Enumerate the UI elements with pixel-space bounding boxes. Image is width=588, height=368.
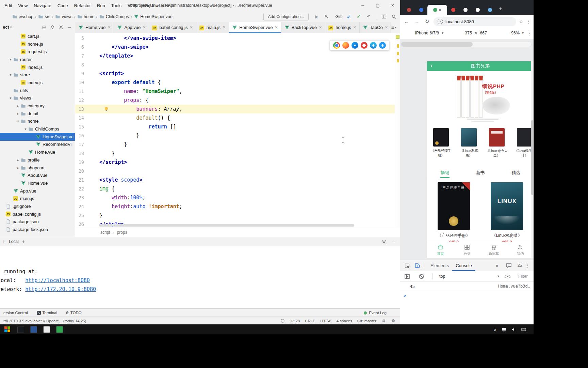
tree-item-index-js[interactable]: JSindex.js <box>0 79 75 87</box>
device-icon[interactable] <box>414 262 421 269</box>
product-card[interactable]: 产品经理手册《产品经理手册》¥45.0 <box>431 182 476 245</box>
tabbar-cart[interactable]: 购物车 <box>480 242 507 258</box>
close-tab-icon[interactable]: ✕ <box>385 25 388 30</box>
browser-menu-icon[interactable]: ⋮ <box>526 19 531 24</box>
zoom-select[interactable]: 96% ▼ <box>511 31 524 35</box>
editor-tab-babel-config-js[interactable]: JSbabel.config.js✕ <box>149 22 196 33</box>
breadcrumb-item[interactable]: HomeSwiper.vue <box>134 14 173 19</box>
tree-item-index-js[interactable]: JSindex.js <box>0 63 75 71</box>
expand-arrow-icon[interactable]: ▾ <box>23 127 28 131</box>
code-line-17[interactable]: 17 } <box>75 140 395 149</box>
monitor-icon[interactable] <box>502 327 506 332</box>
status-line-separator[interactable]: CRLF <box>305 319 315 323</box>
address-bar[interactable]: i localhost:8080 <box>434 17 516 26</box>
menu-edit[interactable]: Edit <box>1 3 15 8</box>
tree-item-cart-js[interactable]: JScart.js <box>0 32 75 40</box>
tab-list-icon[interactable]: ≡▾ <box>391 22 400 33</box>
code-line-18[interactable]: 18 } <box>75 149 395 158</box>
tree-item-utils[interactable]: utils <box>0 87 75 94</box>
tree-item-main-js[interactable]: JSmain.js <box>0 195 75 202</box>
code-line-8[interactable]: 8 <box>75 60 395 69</box>
close-tab-icon[interactable]: ✕ <box>439 8 441 12</box>
tree-item-shopcart[interactable]: ▸shopcart <box>0 164 75 172</box>
tree-item-about-vue[interactable]: About.vue <box>0 171 75 179</box>
editor-tab-homeswiper-vue[interactable]: HomeSwiper.vue✕ <box>229 22 281 33</box>
code-line-20[interactable]: 20 <box>75 167 395 175</box>
close-tab-icon[interactable]: ✕ <box>223 25 226 30</box>
menu-run[interactable]: Run <box>94 3 108 8</box>
gear-icon[interactable] <box>381 239 387 244</box>
menu-view[interactable]: View <box>15 3 31 8</box>
code-line-24[interactable]: 24 height:auto !important; <box>75 202 395 211</box>
browser-tab[interactable] <box>403 5 415 15</box>
taskbar-app-icon[interactable] <box>40 324 53 334</box>
code-line-7[interactable]: 7</template> <box>75 51 395 60</box>
menu-tools[interactable]: Tools <box>108 3 125 8</box>
page-tab-新书[interactable]: 新书 <box>462 168 498 178</box>
sidebar-icon[interactable] <box>404 273 410 280</box>
code-line-25[interactable]: 25} <box>75 211 395 220</box>
minus-icon[interactable]: ─ <box>391 239 397 244</box>
menu-refactor[interactable]: Refactor <box>71 3 94 8</box>
page-tab-畅销[interactable]: 畅销 <box>427 168 462 178</box>
recommend-item[interactable]: 《Linux私房菜》 <box>455 128 483 157</box>
chevup-icon[interactable]: ∧ <box>494 327 496 332</box>
tree-item-profile[interactable]: ▸profile <box>0 156 75 164</box>
editor-tab-backtop-vue[interactable]: BackTop.vue✕ <box>281 22 326 33</box>
new-terminal-button[interactable]: + <box>22 239 25 244</box>
devtools-menu-icon[interactable]: ⋮ <box>525 263 530 268</box>
collapse-icon[interactable] <box>50 25 55 30</box>
terminal-link[interactable]: http://localhost:8080 <box>25 277 90 283</box>
gear-icon[interactable] <box>58 25 64 30</box>
code-line-14[interactable]: 14 default() { <box>75 113 395 122</box>
code-line-23[interactable]: 23 width:100%; <box>75 193 395 202</box>
status-message[interactable]: rm 2019.3.5 available: // Update... (tod… <box>3 319 86 323</box>
start-button[interactable] <box>0 324 14 334</box>
device-height-field[interactable]: 667 <box>480 31 487 35</box>
maximize-button[interactable]: ▢ <box>370 0 385 11</box>
edge-icon[interactable]: e <box>370 42 377 49</box>
recommend-item[interactable]: 《Java程序设计》 <box>511 128 534 157</box>
reload-icon[interactable]: ↻ <box>423 18 431 25</box>
frame-context-select[interactable]: top ▼ <box>439 274 500 279</box>
code-line-10[interactable]: 10 export default { <box>75 78 395 87</box>
taskbar-app-icon[interactable] <box>14 324 27 334</box>
menu-navigate[interactable]: Navigate <box>31 3 54 8</box>
editor-tab-home-vue[interactable]: Home.vue✕ <box>75 22 114 33</box>
tree-item-store[interactable]: ▾store <box>0 71 75 79</box>
tree-item-category[interactable]: ▸category <box>0 102 75 110</box>
tree-item-home-vue[interactable]: Home.vue <box>0 179 75 187</box>
tree-item-homeswiper-vu[interactable]: HomeSwiper.vu <box>0 133 75 141</box>
tree-item-babel-config-js[interactable]: JSbabel.config.js <box>0 210 75 218</box>
log-source-link[interactable]: Home.vue?b3d… <box>498 284 530 289</box>
expand-arrow-icon[interactable]: ▸ <box>16 166 20 170</box>
tabbar-user[interactable]: 我的 <box>507 242 534 258</box>
browser-tab[interactable] <box>484 5 496 15</box>
breadcrumb-item[interactable]: ewshop <box>12 14 33 19</box>
taskbar-app-icon[interactable] <box>53 324 66 334</box>
editor-breadcrumb-props[interactable]: props <box>117 230 127 235</box>
tasks-icon[interactable] <box>280 319 285 323</box>
tree-item-home-vue[interactable]: Home.vue <box>0 148 75 156</box>
chevron-down-icon[interactable]: ▾ <box>10 25 12 29</box>
play-icon[interactable]: ▶ <box>314 14 320 20</box>
minus-icon[interactable]: ─ <box>67 25 72 30</box>
browser-tab[interactable] <box>447 5 459 15</box>
add-configuration-button[interactable]: Add Configuration... <box>263 13 308 20</box>
tree-item-request-js[interactable]: JSrequest.js <box>0 48 75 56</box>
vertical-scrollbar[interactable] <box>395 33 400 228</box>
tabbar-home[interactable]: 首页 <box>427 242 454 258</box>
editor-tab-main-js[interactable]: JSmain.js✕ <box>196 22 229 33</box>
devtools-tab-console[interactable]: Console <box>452 260 475 271</box>
expand-arrow-icon[interactable]: ▾ <box>8 58 13 61</box>
expand-arrow-icon[interactable]: ▾ <box>8 73 13 77</box>
menu-code[interactable]: Code <box>54 3 71 8</box>
horizontal-scrollbar[interactable] <box>99 224 354 227</box>
browser-tab[interactable] <box>472 5 484 15</box>
live-expression-eye-icon[interactable] <box>504 273 511 280</box>
hector-icon[interactable] <box>391 319 395 323</box>
code-line-12[interactable]: 12 props: { <box>75 96 395 105</box>
code-line-11[interactable]: 11 name: "HomeSwiper", <box>75 87 395 96</box>
code-line-13[interactable]: 13 banners: Array, <box>75 105 395 113</box>
banner-image[interactable]: 细说PHP (第4版) <box>427 71 534 126</box>
